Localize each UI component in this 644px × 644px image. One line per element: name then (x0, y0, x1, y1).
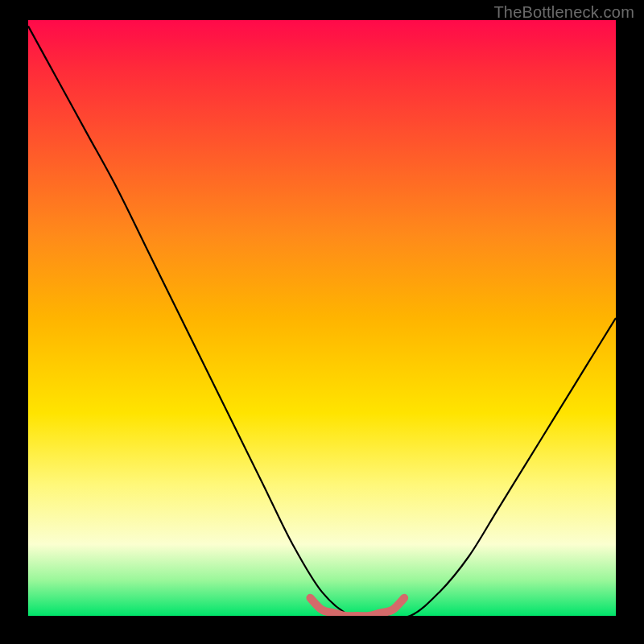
chart-plot-area (28, 20, 616, 616)
watermark-text: TheBottleneck.com (493, 3, 634, 22)
optimal-range-accent (310, 598, 404, 616)
chart-frame: TheBottleneck.com (0, 0, 644, 644)
chart-svg (28, 20, 616, 616)
bottleneck-curve (28, 26, 616, 616)
